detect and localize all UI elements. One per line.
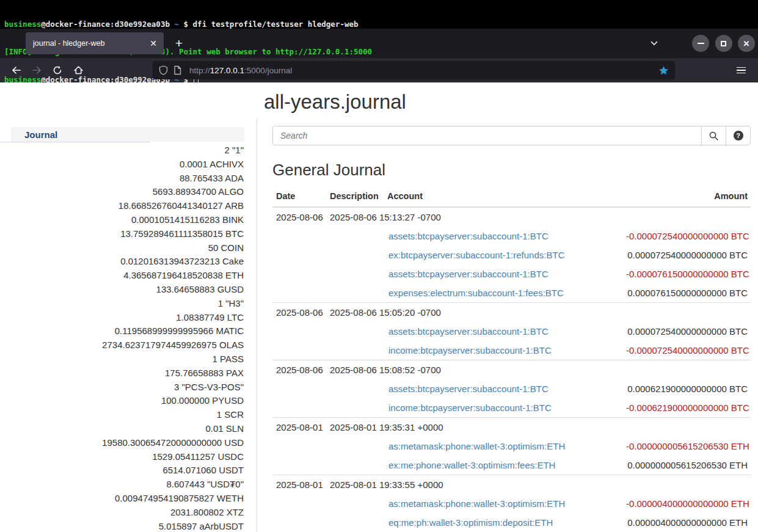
page-title: all-years.journal: [264, 90, 758, 114]
balance-item: 1 PASS: [0, 352, 244, 366]
page-info-icon[interactable]: [173, 65, 181, 75]
account-link[interactable]: assets:btcpayserver:subaccount-1:BTC: [388, 269, 548, 279]
tab-close-icon[interactable]: ✕: [147, 37, 160, 50]
account-link[interactable]: assets:btcpayserver:subaccount-1:BTC: [388, 326, 548, 337]
balance-item: 5.015897 aArbUSDT: [0, 520, 244, 532]
balance-item: 1 "H3": [0, 297, 244, 311]
url-scheme: http://: [189, 66, 210, 75]
back-icon: [11, 65, 21, 75]
home-button[interactable]: [68, 60, 88, 80]
col-header-amount: Amount: [622, 188, 751, 207]
posting-amount: -0.000004000000000000 ETH: [622, 494, 751, 513]
posting-desc-spacer: [326, 513, 384, 532]
posting-date-spacer: [272, 264, 326, 283]
shield-icon[interactable]: [159, 65, 168, 75]
reload-button[interactable]: [48, 60, 67, 80]
posting-row: as:metamask:phone:wallet-3:optimism:ETH-…: [272, 437, 751, 456]
posting-row: as:metamask:phone:wallet-3:optimism:ETH-…: [272, 494, 751, 513]
balance-item: 8.607443 "USD₮0": [0, 478, 244, 492]
posting-amount: -0.000000005615206530 ETH: [622, 437, 751, 456]
account-link[interactable]: as:metamask:phone:wallet-3:optimism:ETH: [388, 441, 565, 451]
account-link[interactable]: as:metamask:phone:wallet-3:optimism:ETH: [388, 498, 565, 509]
balance-item: 0.009474954190875827 WETH: [0, 492, 244, 506]
posting-date-spacer: [272, 513, 326, 532]
balance-item: 88.765433 ADA: [0, 172, 244, 186]
balance-item: 2 "1": [0, 144, 244, 158]
sidebar-item-journal[interactable]: Journal: [11, 127, 244, 142]
posting-date-spacer: [272, 379, 326, 398]
window-minimize-button[interactable]: [692, 35, 709, 52]
posting-amount: 0.000000005615206530 ETH: [622, 456, 751, 475]
account-link[interactable]: expenses:electrum:subaccount-1:fees:BTC: [388, 288, 564, 298]
browser-tab-bar: journal - hledger-web ✕ + ✕: [0, 29, 758, 58]
help-button[interactable]: ?: [726, 126, 751, 145]
list-all-tabs-button[interactable]: [644, 34, 664, 53]
close-icon: ✕: [743, 40, 750, 48]
tab-title: journal - hledger-web: [33, 39, 147, 48]
menu-button[interactable]: [731, 60, 751, 80]
posting-desc-spacer: [326, 246, 384, 264]
transaction-date: 2025-08-06: [272, 360, 326, 380]
posting-account-cell: assets:btcpayserver:subaccount-1:BTC: [384, 227, 622, 246]
transaction-title-row: 2025-08-062025-08-06 15:05:20 -0700: [272, 303, 751, 322]
terminal-line-1: business@docker-finance:d30e992ea03b ~ $…: [4, 20, 758, 29]
posting-row: ex:me:phone:wallet-3:optimism:fees:ETH0.…: [272, 456, 751, 475]
posting-account-cell: as:metamask:phone:wallet-3:optimism:ETH: [384, 494, 622, 513]
journal-nav-link[interactable]: Journal: [24, 129, 57, 140]
balance-item: 4.365687196418520838 ETH: [0, 269, 244, 283]
balance-item: 13.759289461111358015 BTC: [0, 227, 244, 241]
section-heading: General Journal: [272, 161, 751, 180]
back-button[interactable]: [6, 60, 26, 80]
posting-row: income:btcpayserver:subaccount-1:BTC-0.0…: [272, 398, 751, 418]
balance-item: 0.0001051415116283 BINK: [0, 213, 244, 227]
home-icon: [73, 65, 84, 75]
account-link[interactable]: ex:me:phone:wallet-3:optimism:fees:ETH: [388, 460, 555, 470]
account-link[interactable]: eq:me:ph:wallet-3:optimism:deposit:ETH: [388, 517, 553, 528]
url-rest: :5000/journal: [244, 66, 292, 75]
url-bar[interactable]: http://127.0.0.1:5000/journal: [153, 61, 675, 79]
url-host: 127.0.0.1: [210, 66, 244, 75]
transaction-amount-spacer: [622, 418, 751, 437]
transaction-description: 2025-08-01 19:35:31 +0000: [326, 418, 622, 437]
posting-desc-spacer: [326, 322, 384, 341]
forward-icon: [32, 65, 42, 75]
main-panel: all-years.journal ? General Journal Date…: [257, 82, 758, 532]
maximize-icon: [721, 41, 726, 46]
balance-item: 0.0001 ACHIVX: [0, 158, 244, 172]
journal-table-head: Date Description Account Amount: [272, 188, 751, 207]
posting-desc-spacer: [326, 283, 384, 303]
browser-tab[interactable]: journal - hledger-web ✕: [26, 32, 164, 54]
posting-date-spacer: [272, 437, 326, 456]
posting-amount: 0.000004000000000000 ETH: [622, 513, 751, 532]
balances-list: 2 "1"0.0001 ACHIVX88.765433 ADA5693.8893…: [0, 144, 257, 532]
main-body: ? General Journal Date Description Accou…: [257, 119, 758, 532]
window-maximize-button[interactable]: [715, 35, 732, 52]
posting-row: ex:btcpayserver:subaccount-1:refunds:BTC…: [272, 246, 751, 264]
search-input[interactable]: [272, 126, 702, 145]
window-close-button[interactable]: ✕: [738, 35, 755, 52]
posting-account-cell: income:btcpayserver:subaccount-1:BTC: [384, 341, 622, 360]
posting-row: income:btcpayserver:subaccount-1:BTC-0.0…: [272, 341, 751, 360]
balance-item: 19580.300654720000000000 USD: [0, 436, 244, 450]
transaction-group: 2025-08-012025-08-01 19:35:31 +0000as:me…: [272, 418, 751, 475]
new-tab-button[interactable]: +: [170, 34, 188, 53]
account-link[interactable]: assets:btcpayserver:subaccount-1:BTC: [388, 384, 548, 394]
transaction-group: 2025-08-062025-08-06 15:05:20 -0700asset…: [272, 303, 751, 360]
account-link[interactable]: assets:btcpayserver:subaccount-1:BTC: [388, 231, 548, 241]
posting-desc-spacer: [326, 227, 384, 246]
terminal-command: dfi testprofile/testuser hledger-web: [193, 20, 359, 29]
balance-item: 3 "PCS-V3-POS": [0, 381, 244, 395]
bookmark-star-icon[interactable]: [658, 65, 669, 76]
posting-account-cell: assets:btcpayserver:subaccount-1:BTC: [384, 322, 622, 341]
posting-account-cell: eq:me:ph:wallet-3:optimism:deposit:ETH: [384, 513, 622, 532]
search-button[interactable]: [701, 126, 726, 145]
account-link[interactable]: income:btcpayserver:subaccount-1:BTC: [388, 345, 552, 355]
url-text: http://127.0.0.1:5000/journal: [189, 66, 658, 75]
forward-button[interactable]: [27, 60, 46, 80]
sidebar-divider: [0, 142, 150, 142]
account-link[interactable]: ex:btcpayserver:subaccount-1:refunds:BTC: [388, 250, 564, 260]
account-link[interactable]: income:btcpayserver:subaccount-1:BTC: [388, 403, 552, 413]
transaction-title-row: 2025-08-012025-08-01 19:35:31 +0000: [272, 418, 751, 437]
balance-item: 0.119568999999995966 MATIC: [0, 324, 244, 338]
transaction-amount-spacer: [622, 475, 751, 495]
